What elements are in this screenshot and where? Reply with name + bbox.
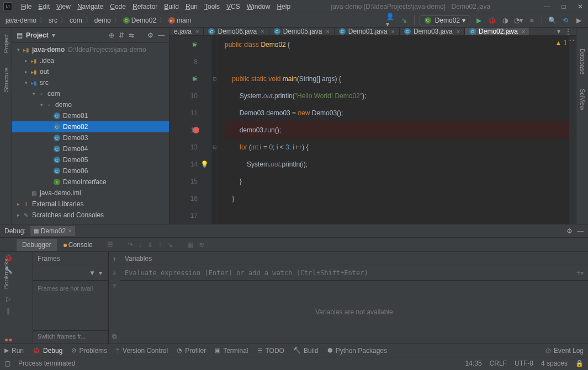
gutter-line[interactable]: 7▶ [169, 36, 211, 53]
run-to-cursor-icon[interactable]: ↘ [167, 241, 173, 249]
tree-row[interactable]: ▸⫴External Libraries [12, 199, 169, 210]
tree-row[interactable]: ▾▫demo [12, 99, 169, 110]
editor-tab[interactable]: CDemo02.java× [465, 28, 530, 36]
gutter-line[interactable]: 10 [169, 87, 211, 104]
chevron-down-icon[interactable]: ▾ [52, 31, 55, 39]
code-content[interactable]: public class Demo02 { public static void… [218, 36, 569, 224]
tree-row[interactable]: CDemo04 [12, 143, 169, 154]
force-step-icon[interactable]: ⇓ [147, 241, 153, 249]
code-line[interactable]: Demo03 demo03 = new Demo03(); [225, 104, 569, 121]
step-out-icon[interactable]: ↑ [158, 241, 162, 249]
status-indent[interactable]: 4 spaces [541, 360, 568, 367]
status-eol[interactable]: CRLF [490, 360, 507, 367]
gutter-line[interactable]: 17 [169, 207, 211, 224]
gear-icon[interactable]: ⚙ [147, 31, 153, 39]
debugger-tab[interactable]: Debugger [17, 239, 57, 251]
tree-row[interactable]: ▸▸▮.idea [12, 55, 169, 66]
fold-handle[interactable]: ⊟ [211, 70, 218, 87]
expand-icon[interactable]: ⇵ [119, 31, 124, 39]
code-line[interactable]: System.out.println(i); [225, 155, 569, 173]
tree-row[interactable]: ▾▫com [12, 88, 169, 99]
database-tool-tab[interactable]: Database [578, 44, 587, 79]
minimize-button[interactable]: — [543, 3, 552, 10]
profiler-tool-button[interactable]: ◔Profiler [177, 347, 206, 355]
error-stripe[interactable]: ▲ 1 ˆ ˇ [569, 36, 576, 224]
bulb-icon[interactable]: 💡 [200, 160, 209, 168]
gear-icon[interactable]: ⚙ [566, 227, 573, 235]
code-line[interactable]: System.out.println("Hello World! Demo02"… [225, 87, 569, 104]
lock-icon[interactable]: 🔒 [575, 360, 584, 367]
tree-row[interactable]: CDemo03 [12, 132, 169, 143]
fold-handle[interactable] [211, 104, 218, 121]
tree-row[interactable]: ▤java-demo.iml [12, 187, 169, 199]
gutter-line[interactable]: 8 [169, 53, 211, 70]
tree-row[interactable]: IDemoInterface [12, 176, 169, 187]
code-line[interactable] [225, 207, 569, 224]
gutter-line[interactable]: 14💡 [169, 155, 211, 173]
gutter-line[interactable]: 9▶ [169, 70, 211, 87]
close-icon[interactable]: × [522, 28, 525, 35]
watch-input[interactable] [125, 269, 572, 277]
status-encoding[interactable]: UTF-8 [515, 360, 533, 367]
select-target-icon[interactable]: ⊕ [109, 31, 114, 39]
tree-row[interactable]: CDemo06 [12, 165, 169, 176]
run-icon[interactable]: ▶ [474, 15, 484, 25]
eventlog-tool-button[interactable]: ◷Event Log [545, 347, 584, 355]
add-config-icon[interactable]: 👤▾ [386, 15, 396, 25]
debug-session-tab[interactable]: ▦ Demo02 × [30, 226, 75, 236]
trace-icon[interactable]: ≋ [199, 241, 204, 249]
menu-code[interactable]: Code [107, 3, 129, 10]
gutter-line[interactable]: 15 [169, 173, 211, 190]
close-icon[interactable]: × [326, 28, 329, 35]
fold-handle[interactable] [211, 207, 218, 224]
down-icon[interactable]: ▼ [112, 282, 118, 289]
gutter[interactable]: 7▶89▶1011121314💡151617 [169, 36, 211, 224]
close-icon[interactable]: × [391, 28, 395, 35]
fold-handle[interactable] [211, 87, 218, 104]
tools-icon[interactable]: ▢ [4, 360, 10, 367]
gutter-line[interactable]: 16 [169, 190, 211, 207]
tree-row[interactable]: ▾▸▮java-demoD:\IdeaProjects\java-demo [12, 44, 169, 55]
run-gutter-icon[interactable]: ▶ [193, 75, 197, 82]
code-line[interactable]: demo03.run(); [225, 121, 569, 138]
menu-file[interactable]: File [18, 3, 35, 10]
fold-handle[interactable] [211, 53, 218, 70]
menu-vcs[interactable]: VCS [223, 3, 243, 10]
breakpoint-icon[interactable] [193, 127, 199, 133]
todo-tool-button[interactable]: ☰TODO [257, 347, 284, 355]
editor-tab[interactable]: CDemo01.java× [335, 28, 400, 36]
down-icon[interactable]: ˇ [573, 39, 575, 47]
menu-view[interactable]: View [53, 3, 74, 10]
tree-row[interactable]: ▸✎Scratches and Consoles [12, 210, 169, 221]
profile-icon[interactable]: ◔▾ [513, 15, 523, 25]
add-icon[interactable]: + [113, 255, 116, 263]
breadcrumb[interactable]: com [68, 17, 83, 24]
code-line[interactable]: } [225, 173, 569, 190]
tree-row[interactable]: CDemo02 [12, 121, 169, 132]
structure-tool-tab[interactable]: Structure [2, 63, 10, 96]
run-config-selector[interactable]: C Demo02 ▾ [420, 15, 470, 25]
gutter-line[interactable]: 13 [169, 138, 211, 155]
console-tab[interactable]: Console [58, 239, 98, 251]
debug-icon[interactable]: 🐞 [487, 15, 497, 25]
close-icon[interactable]: × [457, 28, 460, 35]
close-icon[interactable]: × [261, 28, 264, 35]
menu-tools[interactable]: Tools [201, 3, 223, 10]
fold-handle[interactable] [211, 190, 218, 207]
tree-row[interactable]: ▸▸▮out [12, 66, 169, 77]
build-tool-button[interactable]: 🔨Build [293, 347, 319, 355]
close-icon[interactable]: × [195, 28, 199, 35]
menu-edit[interactable]: Edit [35, 3, 53, 10]
fold-handle[interactable] [211, 121, 218, 138]
ide-icon[interactable]: ▶ [574, 15, 584, 25]
more-icon[interactable]: ⋮ [565, 28, 571, 35]
project-tool-tab[interactable]: Project [2, 30, 10, 57]
project-tree[interactable]: ▾▸▮java-demoD:\IdeaProjects\java-demo▸▸▮… [12, 43, 169, 224]
chevron-down-icon[interactable]: ▾ [99, 269, 102, 277]
debug-tool-button[interactable]: 🐞Debug [33, 347, 62, 355]
menu-refactor[interactable]: Refactor [129, 3, 161, 10]
fold-gutter[interactable]: ⊟⊟ [211, 36, 218, 224]
collapse-icon[interactable]: ⇆ [129, 31, 134, 39]
terminal-tool-button[interactable]: ▣Terminal [215, 347, 248, 355]
close-button[interactable]: ✕ [576, 3, 585, 10]
